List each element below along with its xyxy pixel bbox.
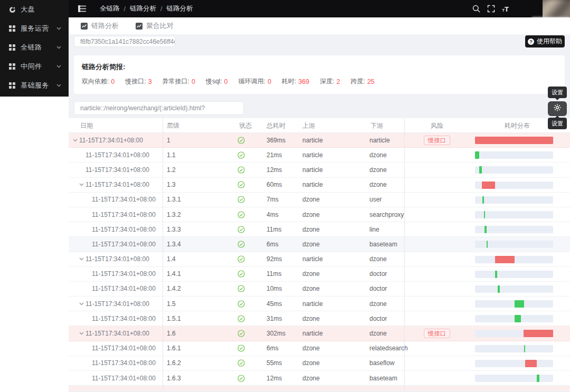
cell-level: 1.4.2 <box>167 282 233 296</box>
chevron-down-icon <box>56 46 61 49</box>
cell-risk: 慢接口 <box>404 326 470 340</box>
expand-arrow-icon[interactable] <box>79 332 86 335</box>
breadcrumb-separator: / <box>160 5 162 13</box>
breadcrumb-item[interactable]: 链路分析 <box>130 4 156 13</box>
table-row[interactable]: 11-15T17:34:01+08:001.545msnarticledzone <box>69 297 570 311</box>
cell-risk <box>404 162 470 177</box>
chart-line-icon <box>81 23 88 30</box>
cell-upstream: narticle <box>302 178 366 192</box>
cell-date: 11-15T17:34:01+08:00 <box>69 311 163 326</box>
stat-label: 循环调用: <box>239 77 265 86</box>
cell-date: 11-15T17:34:01+08:00 <box>69 162 163 177</box>
table-row[interactable]: 11-15T17:34:01+08:001.360msnarticledzone <box>69 178 570 193</box>
expand-arrow-icon[interactable] <box>79 257 86 261</box>
fullscreen-icon[interactable] <box>487 5 495 13</box>
cell-duration: 92ms <box>267 252 299 266</box>
status-ok-icon <box>238 267 253 281</box>
cell-risk <box>404 207 470 222</box>
tab-2[interactable]: 聚合比对 <box>136 21 174 31</box>
url-filter-input[interactable]: narticle::/neirong/wenzhang/(:articleId)… <box>74 101 244 115</box>
search-icon[interactable] <box>472 5 480 13</box>
breadcrumb-item[interactable]: 全链路 <box>100 4 120 13</box>
table-row[interactable]: 11-15T17:34:01+08:001.5.131msdzonedoctor <box>69 311 570 326</box>
date-text: 11-15T17:34:01+08:00 <box>86 166 149 174</box>
sidebar-item-zhongjianjian[interactable]: 中间件 <box>0 57 69 76</box>
cell-risk <box>404 222 470 236</box>
table-row[interactable]: 11-15T17:34:01+08:001.6.16msdzonerelated… <box>69 341 570 356</box>
tab-label: 聚合比对 <box>146 21 174 31</box>
status-ok-icon <box>238 311 253 326</box>
appstore-icon <box>8 44 16 51</box>
sidebar-item-dapan[interactable]: 大盘 <box>0 0 69 19</box>
cell-date: 11-15T17:34:01+08:00 <box>69 207 163 222</box>
cell-duration: 369ms <box>267 133 299 147</box>
breadcrumb-item[interactable]: 链路分析 <box>166 4 193 13</box>
duration-bar-track <box>475 241 553 248</box>
column-header-level: 层级 <box>167 118 179 133</box>
duration-bar <box>495 256 515 263</box>
table-row[interactable]: 11-15T17:34:01+08:001.6.255msdzonebasefl… <box>69 356 570 371</box>
summary-stats: 双向依赖:0慢接口:3异常接口:0慢sql:0循环调用:0耗时:369深度:2跨… <box>82 77 375 86</box>
status-ok-icon <box>238 193 253 207</box>
cell-duration-bar <box>470 356 565 370</box>
cell-duration-bar <box>470 222 565 236</box>
tab-1[interactable]: 链路分析 <box>81 21 119 31</box>
sidebar-item-fuwuyunying[interactable]: 服务运营 <box>0 19 69 38</box>
date-text: 11-15T17:34:01+08:00 <box>92 375 156 382</box>
table-row[interactable]: 11-15T17:34:01+08:001.3.311msdzoneline <box>69 222 570 237</box>
gear-icon <box>554 104 561 113</box>
cell-upstream: dzone <box>302 341 366 356</box>
trace-id-input[interactable]: f6fb7350c1a141c7882cc46e56ff4e73 <box>74 36 175 47</box>
sidebar-item-jichufuwu[interactable]: 基础服务 <box>0 76 69 95</box>
table-row[interactable]: 11-15T17:34:01+08:001.4.111msdzonedoctor <box>69 267 570 282</box>
table-row[interactable]: 11-15T17:34:01+08:001.3.24msdzonesearchp… <box>69 207 570 222</box>
table-row[interactable]: 11-15T17:34:01+08:001.6.312msdzonebasete… <box>69 371 570 386</box>
expand-arrow-icon[interactable] <box>73 139 79 142</box>
date-text: 11-15T17:34:01+08:00 <box>86 181 149 188</box>
sidebar-item-quanlianlu[interactable]: 全链路 <box>0 38 69 57</box>
duration-bar-track <box>475 137 553 144</box>
help-button[interactable]: ? 使用帮助 <box>525 35 565 47</box>
duration-bar-track <box>475 256 553 263</box>
table-row[interactable]: 11-15T17:34:01+08:001.121msnarticledzone <box>69 148 570 162</box>
table-row[interactable]: 11-15T17:34:01+08:001369msnarticlenartic… <box>69 133 570 148</box>
cell-duration-bar <box>470 282 565 296</box>
stat-value: 3 <box>148 78 152 85</box>
cell-risk <box>404 282 470 296</box>
cell-level: 1.2 <box>167 162 233 177</box>
cell-duration: 31ms <box>267 311 299 326</box>
date-text: 11-15T17:34:01+08:00 <box>92 226 156 233</box>
expand-arrow-icon[interactable] <box>79 302 86 305</box>
summary-stat: 深度:2 <box>320 77 340 86</box>
cell-upstream: dzone <box>302 207 366 222</box>
table-row[interactable]: 11-15T17:34:01+08:001.3.17msdzoneuser <box>69 193 570 207</box>
stat-value: 0 <box>268 78 271 85</box>
settings-tooltip-bottom: 设置 <box>548 118 567 129</box>
menu-fold-icon[interactable] <box>78 5 86 12</box>
cell-date: 11-15T17:34:01+08:00 <box>69 326 163 340</box>
font-size-icon[interactable]: TT <box>502 5 509 13</box>
table-row[interactable]: 11-15T17:34:01+08:001.212msnarticledzone <box>69 162 570 177</box>
cell-date: 11-15T17:34:01+08:00 <box>69 252 163 266</box>
cell-risk <box>404 371 470 385</box>
main-content: f6fb7350c1a141c7882cc46e56ff4e73 ? 使用帮助 … <box>69 35 570 392</box>
cell-duration-bar <box>470 326 565 340</box>
avatar[interactable] <box>543 0 570 17</box>
sidebar-item-label: 基础服务 <box>21 81 49 90</box>
status-ok-icon <box>238 371 253 385</box>
table-row[interactable]: 11-15T17:34:01+08:001.3.46msdzonebasetea… <box>69 237 570 252</box>
table-row[interactable]: 11-15T17:34:01+08:001.6302msnarticledzon… <box>69 326 570 341</box>
expand-arrow-icon[interactable] <box>79 183 86 186</box>
duration-bar <box>515 300 524 308</box>
status-ok-icon <box>238 222 253 236</box>
duration-bar-track <box>475 285 553 293</box>
table-row[interactable]: 11-15T17:34:01+08:001.4.210msdzonedoctor <box>69 282 570 297</box>
status-ok-icon <box>238 252 253 266</box>
table-row[interactable]: 11-15T17:34:01+08:001.492msnarticledzone <box>69 252 570 267</box>
risk-badge: 慢接口 <box>424 329 451 338</box>
cell-risk <box>404 356 470 370</box>
cell-upstream: dzone <box>302 356 366 370</box>
cell-duration-bar <box>470 267 565 281</box>
settings-button[interactable] <box>548 101 567 116</box>
cell-upstream: narticle <box>302 148 366 162</box>
